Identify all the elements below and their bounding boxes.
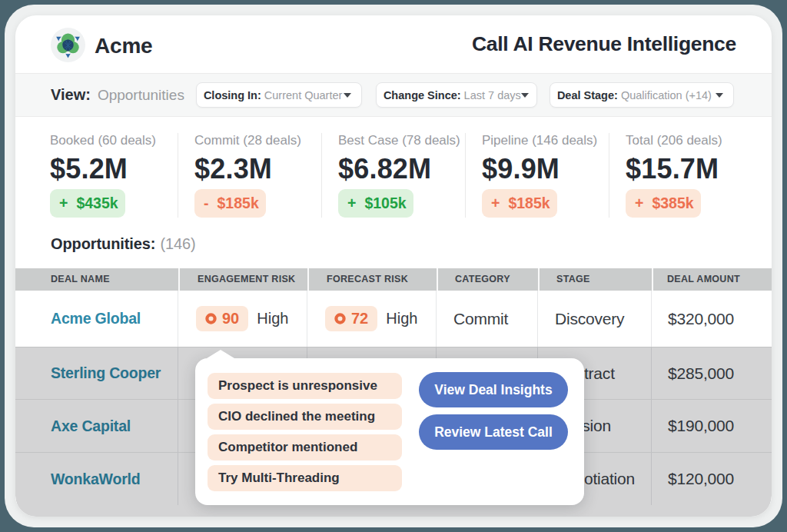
risk-factor-chip: CIO declined the meeting (208, 404, 402, 430)
app-header: Acme Call AI Revenue Intelligence (15, 15, 772, 73)
delta-sign: + (635, 189, 643, 218)
engagement-risk-cell[interactable]: 90 High (178, 291, 307, 347)
risk-factor-chip: Try Multi-Threading (208, 465, 402, 491)
column-header-engagement-risk[interactable]: ENGAGEMENT RISK (178, 268, 307, 291)
column-header-deal-amount[interactable]: DEAL AMOUNT (652, 268, 772, 291)
table-row: Acme Global 90 High 72 High (15, 291, 772, 347)
stat-total: Total (206 deals) $15.7M +$385k (609, 133, 752, 218)
stat-delta-badge: +$105k (338, 189, 413, 218)
deal-name-cell: Acme Global (15, 291, 178, 347)
risk-factor-chip: Prospect is unresponsive (208, 373, 402, 399)
risk-score-badge: 90 (196, 306, 248, 331)
stat-value: $9.9M (482, 152, 609, 186)
column-header-deal-name[interactable]: DEAL NAME (15, 268, 178, 291)
chevron-down-icon (521, 93, 529, 98)
delta-amount: $185k (508, 195, 550, 211)
delta-amount: $435k (76, 195, 118, 211)
view-label: View: (51, 86, 91, 104)
filter-deal-stage[interactable]: Deal Stage: Qualification (+14) (550, 82, 734, 108)
chevron-down-icon (716, 93, 723, 98)
delta-sign: + (59, 189, 68, 218)
opportunities-heading: Opportunities:(146) (51, 236, 772, 251)
stage-text: Discovery (555, 310, 624, 328)
risk-level: High (386, 310, 417, 328)
category-cell: Commit (437, 291, 538, 347)
filter-value: Current Quarter (264, 89, 343, 101)
dashboard-card: Acme Call AI Revenue Intelligence View: … (15, 15, 772, 517)
risk-score-badge: 72 (325, 306, 377, 331)
delta-sign: + (347, 189, 356, 218)
filter-closing-in[interactable]: Closing In: Current Quarter (196, 82, 362, 108)
stat-delta-badge: +$435k (50, 189, 125, 218)
filter-bar: View: Opportunities Closing In: Current … (15, 73, 772, 117)
filter-label: Deal Stage: (557, 89, 618, 101)
stat-value: $5.2M (50, 152, 178, 186)
risk-score: 90 (222, 310, 239, 328)
stat-booked: Booked (60 deals) $5.2M +$435k (34, 133, 178, 218)
chevron-down-icon (344, 93, 351, 98)
risk-score: 72 (351, 310, 368, 328)
stats-row: Booked (60 deals) $5.2M +$435k Commit (2… (34, 117, 772, 218)
view-deal-insights-button[interactable]: View Deal Insights (419, 372, 568, 407)
risk-factor-chip: Competitor mentioned (208, 434, 402, 461)
stat-pipeline: Pipeline (146 deals) $9.9M +$185k (465, 133, 609, 218)
delta-amount: $105k (364, 195, 406, 211)
stat-commit: Commit (28 deals) $2.3M -$185k (178, 133, 321, 218)
column-header-forecast-risk[interactable]: FORECAST RISK (307, 268, 437, 291)
stage-cell: Discovery (538, 291, 652, 347)
stat-value: $2.3M (194, 152, 321, 186)
amount-text: $320,000 (668, 310, 734, 328)
stat-delta-badge: +$185k (482, 189, 557, 218)
column-header-category[interactable]: CATEGORY (437, 268, 538, 291)
review-latest-call-button[interactable]: Review Latest Call (419, 414, 568, 450)
table-header-row: DEAL NAME ENGAGEMENT RISK FORECAST RISK … (15, 268, 772, 291)
delta-amount: $385k (652, 195, 693, 211)
acme-logo (51, 28, 85, 62)
stat-best-case: Best Case (78 deals) $6.82M +$105k (321, 133, 465, 218)
stats-zone: Booked (60 deals) $5.2M +$435k Commit (2… (15, 117, 772, 268)
risk-insight-popup: Prospect is unresponsive CIO declined th… (195, 358, 584, 505)
delta-amount: $185k (218, 195, 259, 211)
stat-label: Commit (28 deals) (194, 133, 321, 148)
risk-donut-icon (205, 313, 217, 324)
stat-label: Best Case (78 deals) (338, 133, 465, 148)
amount-cell: $320,000 (652, 291, 772, 347)
stat-value: $6.82M (338, 152, 465, 186)
filter-label: Closing In: (204, 89, 261, 101)
deal-link[interactable]: Acme Global (51, 310, 141, 328)
category-text: Commit (453, 310, 508, 328)
stat-label: Pipeline (146 deals) (482, 133, 609, 148)
popup-arrow (207, 350, 234, 358)
stat-label: Booked (60 deals) (50, 133, 178, 148)
opportunities-count: (146) (160, 235, 195, 252)
filter-change-since[interactable]: Change Since: Last 7 days (376, 82, 537, 108)
column-header-stage[interactable]: STAGE (538, 268, 652, 291)
risk-level: High (257, 310, 288, 328)
delta-sign: - (204, 189, 209, 218)
filter-label: Change Since: (384, 89, 461, 101)
brand-name: Acme (95, 34, 152, 58)
forecast-risk-cell[interactable]: 72 High (307, 291, 437, 347)
filter-value: Last 7 days (464, 89, 521, 101)
filter-value: Qualification (+14) (621, 89, 712, 101)
stat-value: $15.7M (626, 152, 752, 186)
acme-logo-icon (51, 28, 85, 62)
risk-donut-icon (334, 313, 346, 324)
stat-label: Total (206 deals) (626, 133, 752, 148)
opportunities-label: Opportunities: (51, 235, 155, 252)
page-title: Call AI Revenue Intelligence (472, 32, 736, 56)
stat-delta-badge: -$185k (194, 189, 266, 218)
stat-delta-badge: +$385k (626, 189, 701, 218)
delta-sign: + (491, 189, 500, 218)
view-value: Opportunities (98, 87, 184, 104)
